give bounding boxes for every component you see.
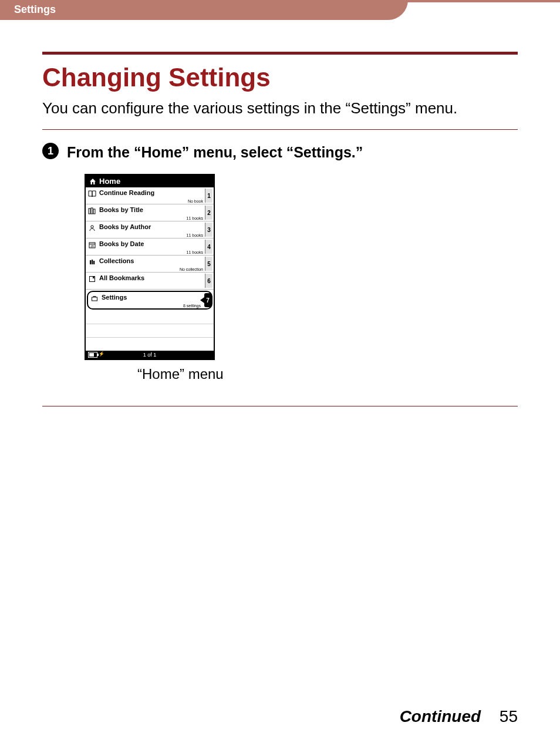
header-band: Settings (0, 0, 560, 20)
list-item-number: 4 (205, 240, 212, 254)
list-empty-row (86, 324, 214, 338)
page-footer: Continued 55 (400, 707, 518, 726)
list-item-number: 5 (205, 257, 212, 271)
calendar-icon: 28 (88, 241, 96, 249)
svg-rect-0 (89, 209, 90, 214)
list-item-label: All Bookmarks (99, 274, 144, 281)
list-item-label: Books by Date (99, 240, 144, 247)
list-item-books-by-author: Books by Author 11 books 3 (86, 221, 214, 238)
figure-caption: “Home” menu (137, 366, 518, 382)
list-item-sub: 11 books (187, 216, 203, 220)
title-rule (42, 52, 518, 55)
stack-icon (88, 258, 96, 266)
list-empty-row (86, 338, 214, 351)
list-item-sub: No book (188, 199, 203, 203)
closing-rule (42, 406, 518, 406)
list-item-number: 6 (205, 274, 212, 288)
svg-rect-11 (92, 297, 97, 301)
divider (42, 129, 518, 130)
list-item-books-by-title: Books by Title 11 books 2 (86, 204, 214, 221)
page-title: Changing Settings (42, 63, 518, 92)
list-item-sub: 11 books (187, 233, 203, 237)
continued-label: Continued (400, 707, 481, 725)
bolt-icon: ⚡ (99, 351, 104, 357)
list-item-collections: Collections No collection 5 (86, 256, 214, 273)
header-tab-bg (0, 0, 376, 20)
list-item-label: Collections (99, 257, 134, 264)
list-item-number: 1 (205, 189, 212, 203)
person-icon (88, 224, 96, 232)
svg-point-3 (91, 226, 93, 228)
svg-rect-7 (90, 260, 91, 264)
list-item-books-by-date: 28 Books by Date 11 books 4 (86, 238, 214, 256)
device-home-menu: Home Continue Reading No book 1 Books by… (85, 174, 215, 360)
list-item-number: 7 (204, 293, 211, 307)
svg-rect-9 (93, 261, 95, 264)
svg-rect-8 (92, 260, 93, 264)
header-tab-curve (376, 0, 408, 20)
device-titlebar: Home (86, 175, 214, 187)
list-item-all-bookmarks: All Bookmarks 6 (86, 273, 214, 290)
device-footer: ⚡ 1 of 1 (86, 351, 214, 359)
book-open-icon (88, 190, 96, 198)
bookmark-icon (88, 275, 96, 283)
list-item-settings-selected: Settings 8 settings 7 (87, 291, 212, 310)
list-item-number: 3 (205, 223, 212, 237)
device-list: Continue Reading No book 1 Books by Titl… (86, 187, 214, 351)
svg-text:28: 28 (90, 244, 94, 248)
page-number: 55 (500, 707, 518, 725)
list-empty-row (86, 311, 214, 324)
step-text: From the “Home” menu, select “Settings.” (67, 143, 363, 161)
step-1: 1 From the “Home” menu, select “Settings… (42, 143, 518, 161)
list-item-label: Books by Title (99, 206, 143, 213)
device-title: Home (99, 177, 120, 186)
toolbox-icon (90, 294, 99, 303)
svg-rect-1 (91, 208, 93, 214)
list-item-sub: 11 books (187, 250, 203, 254)
header-tab-line (405, 0, 560, 2)
list-item-sub: 8 settings (183, 304, 201, 308)
list-item-label: Settings (102, 294, 127, 301)
device-page-indicator: 1 of 1 (143, 352, 157, 358)
home-icon (89, 178, 96, 185)
list-item-sub: No collection (180, 267, 203, 271)
svg-rect-2 (93, 209, 95, 214)
list-item-number: 2 (205, 206, 212, 220)
section-label: Settings (14, 4, 56, 16)
list-item-continue-reading: Continue Reading No book 1 (86, 187, 214, 204)
books-icon (88, 207, 96, 215)
battery-icon (88, 352, 97, 358)
pointer-arrow-icon (200, 297, 204, 303)
step-number-badge: 1 (42, 143, 59, 159)
list-item-label: Books by Author (99, 223, 151, 230)
list-item-label: Continue Reading (99, 189, 154, 196)
intro-text: You can configure the various settings i… (42, 98, 518, 119)
